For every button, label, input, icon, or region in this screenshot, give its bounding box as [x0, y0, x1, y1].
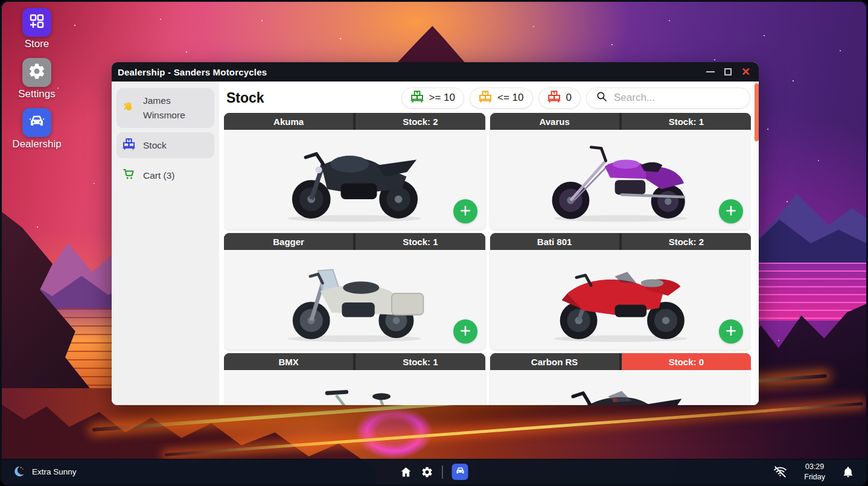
add-to-cart-button[interactable] — [453, 319, 477, 344]
vehicle-card-header: Bati 801 Stock: 2 — [490, 233, 752, 250]
filter-lte10-button[interactable]: <= 10 — [470, 88, 533, 109]
vehicle-card-header: Bagger Stock: 1 — [224, 233, 485, 250]
desktop-icon-dealership[interactable] — [22, 108, 51, 137]
gear-icon[interactable] — [421, 466, 433, 478]
window-title: Dealership - Sanders Motorcycles — [118, 67, 267, 77]
sidebar-user-name: James Winsmore — [143, 94, 201, 123]
filter-label: 0 — [566, 92, 572, 104]
sidebar: James Winsmore Stock — [112, 82, 219, 405]
wave-hand-icon — [123, 101, 135, 116]
filter-label: >= 10 — [429, 92, 456, 104]
vehicle-name: Bati 801 — [490, 233, 619, 250]
vehicle-stock-badge: Stock: 1 — [622, 113, 751, 130]
vehicle-image — [530, 135, 711, 227]
vehicle-card: Avarus Stock: 1 — [490, 113, 752, 229]
vehicle-name: BMX — [224, 353, 353, 370]
boxes-icon-red — [547, 90, 561, 106]
vehicle-card: Bagger Stock: 1 — [224, 233, 485, 350]
weather-label: Extra Sunny — [32, 467, 77, 476]
dealership-car-icon — [455, 465, 465, 479]
desktop-icon-dealership-label: Dealership — [0, 138, 79, 150]
add-to-cart-button[interactable] — [719, 199, 743, 223]
desktop-icon-settings-label: Settings — [0, 88, 79, 100]
store-icon — [28, 12, 46, 33]
cart-icon — [123, 168, 135, 183]
vehicle-card: Bati 801 Stock: 2 — [490, 233, 752, 350]
wallpaper-stars — [2, 2, 3, 3]
boxes-icon-orange — [479, 90, 492, 106]
scrollbar-thumb[interactable] — [755, 83, 759, 141]
vehicle-stock-badge: Stock: 0 — [622, 353, 751, 370]
vehicle-image — [264, 376, 445, 406]
vehicle-card-header: Avarus Stock: 1 — [490, 113, 752, 130]
moon-weather-icon — [11, 465, 25, 479]
vehicle-stock-badge: Stock: 2 — [622, 233, 751, 250]
maximize-button[interactable] — [724, 68, 732, 75]
vehicle-card-header: Akuma Stock: 2 — [224, 113, 485, 130]
vehicle-name: Bagger — [224, 233, 353, 250]
desktop-icon-store-label: Store — [0, 38, 79, 50]
plus-icon — [725, 325, 737, 339]
vehicle-card: Akuma Stock: 2 — [224, 113, 485, 229]
vehicle-image — [530, 376, 711, 406]
vehicle-image — [264, 255, 445, 347]
sidebar-item-cart[interactable]: Cart (3) — [116, 162, 214, 188]
settings-gear-icon — [28, 62, 46, 83]
filter-gte10-button[interactable]: >= 10 — [401, 88, 465, 109]
close-button[interactable]: ✕ — [741, 66, 750, 77]
search-input[interactable] — [614, 92, 741, 104]
vehicle-name: Avarus — [490, 113, 619, 130]
home-icon[interactable] — [400, 466, 412, 478]
wifi-off-icon — [773, 465, 787, 479]
plus-icon — [459, 325, 471, 339]
dealership-window: Dealership - Sanders Motorcycles ✕ — [112, 62, 759, 405]
clock-time: 03:29 — [804, 462, 825, 472]
vehicle-name: Carbon RS — [490, 353, 619, 370]
stock-page: Stock >= 10 — [219, 82, 759, 405]
window-titlebar: Dealership - Sanders Motorcycles ✕ — [112, 62, 759, 82]
dealership-car-icon — [28, 112, 46, 133]
desktop-screen: Store Settings Dealership Dealership - S… — [0, 0, 868, 486]
bell-icon[interactable] — [842, 466, 854, 478]
scrollbar-track[interactable] — [755, 82, 759, 405]
clock: 03:29 Friday — [804, 462, 825, 482]
search-icon — [595, 90, 608, 106]
page-title: Stock — [226, 90, 264, 106]
vehicle-stock-badge: Stock: 2 — [356, 113, 485, 130]
plus-icon — [725, 205, 737, 219]
vehicle-card: BMX Stock: 1 — [224, 353, 485, 405]
plus-icon — [459, 205, 471, 219]
vehicle-card: Carbon RS Stock: 0 — [490, 353, 752, 405]
boxes-icon-green — [410, 90, 424, 106]
vehicle-image — [530, 255, 711, 347]
taskbar-divider — [442, 465, 443, 479]
desktop-icon-store[interactable] — [22, 8, 51, 37]
stock-boxes-icon — [123, 138, 135, 153]
sidebar-item-label: Stock — [143, 140, 167, 151]
clock-day: Friday — [804, 472, 825, 482]
vehicle-card-header: BMX Stock: 1 — [224, 353, 485, 370]
vehicle-grid: Akuma Stock: 2 Avarus Stock: 1 — [224, 113, 751, 405]
search-box[interactable] — [586, 88, 750, 109]
sidebar-item-label: Cart (3) — [143, 170, 175, 181]
vehicle-stock-badge: Stock: 1 — [356, 353, 485, 370]
vehicle-image — [264, 135, 445, 227]
vehicle-name: Akuma — [224, 113, 353, 130]
vehicle-stock-badge: Stock: 1 — [356, 233, 485, 250]
add-to-cart-button[interactable] — [719, 319, 743, 344]
desktop-icon-settings[interactable] — [22, 58, 51, 87]
vehicle-card-header: Carbon RS Stock: 0 — [490, 353, 752, 370]
sidebar-item-stock[interactable]: Stock — [116, 132, 214, 158]
taskbar: Extra Sunny — [2, 459, 866, 484]
add-to-cart-button[interactable] — [453, 199, 477, 223]
taskbar-app-dealership[interactable] — [452, 464, 468, 480]
filter-zero-button[interactable]: 0 — [538, 88, 581, 109]
minimize-button[interactable] — [706, 71, 715, 72]
filter-label: <= 10 — [497, 92, 524, 104]
sidebar-item-user[interactable]: James Winsmore — [116, 88, 214, 128]
